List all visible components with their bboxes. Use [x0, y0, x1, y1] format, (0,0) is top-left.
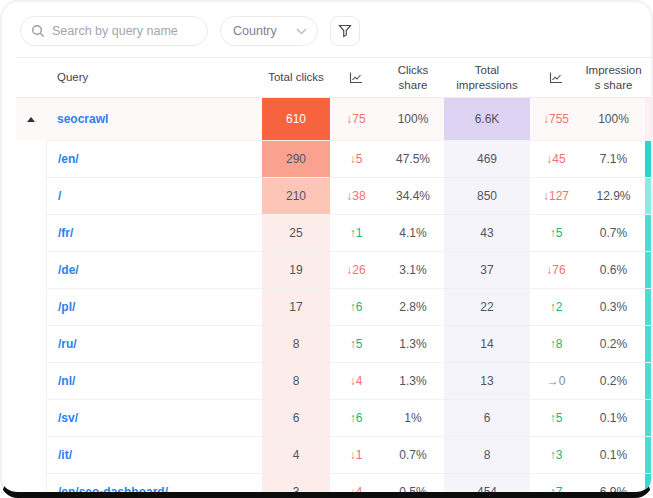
impressions-change-cell: →0	[530, 362, 582, 399]
header-impressions-share[interactable]: Impressions share	[582, 58, 645, 97]
clipped-heat-strip	[645, 325, 651, 362]
clipped-heat-strip	[645, 436, 651, 473]
collapse-caret-icon[interactable]	[27, 117, 35, 122]
table-row[interactable]: /sv/ 6 ↑6 1% 6 ↑5 0.1%	[16, 399, 651, 436]
query-link[interactable]: /	[58, 189, 61, 203]
impressions-share-cell: 0.1%	[582, 436, 645, 473]
clicks-change-cell: ↑6	[330, 399, 382, 436]
header-total-clicks[interactable]: Total clicks	[262, 58, 330, 97]
clicks-share-cell: 0.7%	[382, 436, 444, 473]
impressions-change-cell: ↑2	[530, 288, 582, 325]
row-caret-cell	[16, 436, 46, 473]
total-impressions-cell: 6	[444, 399, 530, 436]
row-caret-cell	[16, 399, 46, 436]
app-window: Country Query Total clicks	[0, 0, 653, 498]
impressions-share-cell: 0.6%	[582, 251, 645, 288]
query-link[interactable]: /it/	[58, 448, 72, 462]
row-caret-cell	[16, 473, 46, 498]
query-cell: /nl/	[46, 362, 262, 399]
table-row[interactable]: /ru/ 8 ↑5 1.3% 14 ↑8 0.2%	[16, 325, 651, 362]
table-row[interactable]: /en/ 290 ↓5 47.5% 469 ↓45 7.1%	[16, 140, 651, 177]
table-body: seocrawl 610 ↓75 100% 6.6K ↓755 100% /en…	[16, 98, 651, 498]
clicks-change-cell: ↓75	[330, 98, 382, 140]
clipped-heat-strip	[645, 288, 651, 325]
clicks-share-cell: 4.1%	[382, 214, 444, 251]
header-total-impressions[interactable]: Total impressions	[444, 58, 530, 97]
query-cell: /pl/	[46, 288, 262, 325]
clipped-heat-strip	[645, 399, 651, 436]
query-cell: /en/	[46, 140, 262, 177]
impressions-change-cell: ↓45	[530, 140, 582, 177]
header-clicks-share[interactable]: Clicks share	[382, 58, 444, 97]
clicks-change-cell: ↓38	[330, 177, 382, 214]
impressions-change-cell: ↑8	[530, 325, 582, 362]
query-link[interactable]: /pl/	[58, 300, 75, 314]
row-caret-cell	[16, 362, 46, 399]
filter-button[interactable]	[330, 16, 360, 46]
clipped-heat-strip	[645, 473, 651, 498]
query-cell: /sv/	[46, 399, 262, 436]
table-row[interactable]: / 210 ↓38 34.4% 850 ↓127 12.9%	[16, 177, 651, 214]
total-impressions-cell: 37	[444, 251, 530, 288]
header-impressions-chart[interactable]	[530, 58, 582, 97]
query-link[interactable]: /de/	[58, 263, 79, 277]
row-caret-cell	[16, 288, 46, 325]
query-link[interactable]: seocrawl	[57, 112, 108, 126]
clicks-change-cell: ↓1	[330, 436, 382, 473]
country-select-label: Country	[233, 24, 277, 38]
total-clicks-cell: 610	[262, 98, 330, 140]
impressions-share-cell: 0.3%	[582, 288, 645, 325]
query-link[interactable]: /ru/	[58, 337, 77, 351]
query-cell: /	[46, 177, 262, 214]
table-row[interactable]: /fr/ 25 ↑1 4.1% 43 ↑5 0.7%	[16, 214, 651, 251]
clicks-share-cell: 1.3%	[382, 362, 444, 399]
clipped-heat-strip	[645, 251, 651, 288]
clicks-change-cell: ↑6	[330, 288, 382, 325]
query-link[interactable]: /nl/	[58, 374, 75, 388]
table-row[interactable]: seocrawl 610 ↓75 100% 6.6K ↓755 100%	[16, 98, 651, 140]
query-search-box[interactable]	[20, 16, 208, 46]
clicks-change-cell: ↓26	[330, 251, 382, 288]
table-row[interactable]: /de/ 19 ↓26 3.1% 37 ↓76 0.6%	[16, 251, 651, 288]
clicks-share-cell: 2.8%	[382, 288, 444, 325]
table-row[interactable]: /pl/ 17 ↑6 2.8% 22 ↑2 0.3%	[16, 288, 651, 325]
clicks-change-cell: ↑1	[330, 214, 382, 251]
total-impressions-cell: 8	[444, 436, 530, 473]
clipped-heat-strip	[645, 98, 651, 140]
header-caret-spacer	[16, 58, 46, 97]
query-cell: seocrawl	[46, 98, 262, 140]
clicks-share-cell: 34.4%	[382, 177, 444, 214]
header-clicks-chart[interactable]	[330, 58, 382, 97]
query-cell: /it/	[46, 436, 262, 473]
toolbar: Country	[2, 2, 651, 57]
query-link[interactable]: /en/	[58, 152, 79, 166]
table-row[interactable]: /nl/ 8 ↓4 1.3% 13 →0 0.2%	[16, 362, 651, 399]
filter-funnel-icon	[338, 24, 352, 38]
search-input[interactable]	[52, 24, 197, 38]
row-caret-cell	[16, 325, 46, 362]
impressions-share-cell: 0.7%	[582, 214, 645, 251]
total-clicks-cell: 8	[262, 362, 330, 399]
impressions-share-cell: 0.1%	[582, 399, 645, 436]
row-caret-cell	[16, 140, 46, 177]
country-select[interactable]: Country	[220, 16, 318, 46]
impressions-share-cell: 0.2%	[582, 362, 645, 399]
header-query[interactable]: Query	[46, 58, 262, 97]
row-caret-cell	[16, 251, 46, 288]
clipped-heat-strip	[645, 177, 651, 214]
table-row[interactable]: /en/seo-dashboard/ 3 ↓4 0.5% 454 ↑7 6.9%	[16, 473, 651, 498]
query-link[interactable]: /fr/	[58, 226, 73, 240]
clicks-share-cell: 0.5%	[382, 473, 444, 498]
table-row[interactable]: /it/ 4 ↓1 0.7% 8 ↑3 0.1%	[16, 436, 651, 473]
impressions-share-cell: 12.9%	[582, 177, 645, 214]
query-link[interactable]: /en/seo-dashboard/	[58, 485, 168, 498]
total-clicks-cell: 19	[262, 251, 330, 288]
table-header-row: Query Total clicks Clicks share Total im…	[16, 58, 651, 98]
clipped-heat-strip	[645, 362, 651, 399]
clicks-share-cell: 3.1%	[382, 251, 444, 288]
clicks-share-cell: 1%	[382, 399, 444, 436]
clipped-heat-strip	[645, 140, 651, 177]
query-link[interactable]: /sv/	[58, 411, 78, 425]
impressions-share-cell: 100%	[582, 98, 645, 140]
query-cell: /fr/	[46, 214, 262, 251]
